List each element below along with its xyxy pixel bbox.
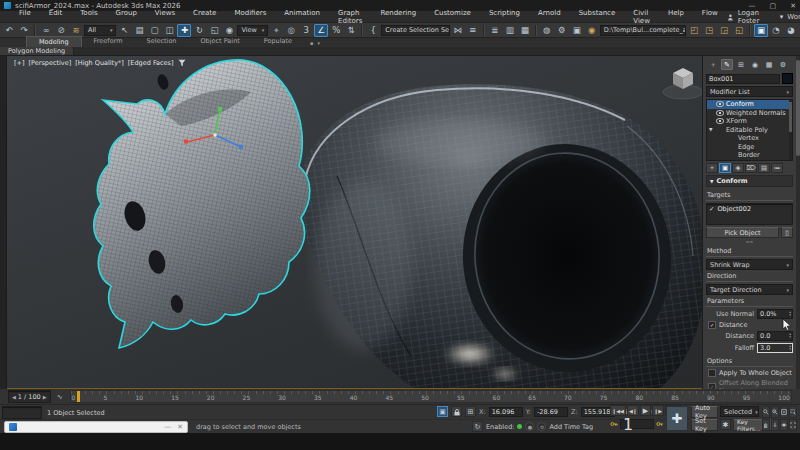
- recorder-overlay-window[interactable]: — ✕: [4, 421, 188, 433]
- zoom-icon[interactable]: [762, 406, 770, 418]
- maximize-viewport-icon[interactable]: [789, 419, 797, 431]
- walk-through-icon[interactable]: [771, 419, 779, 431]
- zoom-all-icon[interactable]: [771, 406, 779, 418]
- modifier-stack-item[interactable]: Weighted Normals: [707, 109, 792, 118]
- select-and-rotate-button[interactable]: ↻: [192, 24, 206, 37]
- percent-snap-button[interactable]: %: [329, 24, 343, 37]
- use-pivot-point-button[interactable]: ⌖: [269, 24, 283, 37]
- rollout-grip[interactable]: ▬▬: [706, 240, 793, 244]
- display-tab[interactable]: ▦: [763, 59, 775, 70]
- modifier-stack-item[interactable]: Border: [707, 151, 792, 160]
- x-coordinate-field[interactable]: 16.096: [489, 407, 523, 417]
- project-path-dropdown[interactable]: D:\Temp\Bul...complete_ava ▾: [600, 25, 686, 36]
- modifier-stack-item[interactable]: ▼ Editable Poly: [707, 126, 792, 135]
- create-tab[interactable]: ＋: [707, 59, 719, 70]
- show-end-result-button[interactable]: ▣: [719, 163, 731, 173]
- modifier-stack-item[interactable]: XForm: [707, 117, 792, 126]
- export-button[interactable]: ◳: [702, 24, 716, 37]
- align-button[interactable]: ≡: [466, 24, 480, 37]
- select-by-name-button[interactable]: ▤: [132, 24, 146, 37]
- ribbon-tab[interactable]: Modeling: [26, 36, 82, 47]
- window-crossing-button[interactable]: ◫: [162, 24, 176, 37]
- open-scene-button[interactable]: ◱: [732, 24, 746, 37]
- rect-selection-region-button[interactable]: ▢: [147, 24, 161, 37]
- current-frame-field[interactable]: 1: [620, 419, 654, 429]
- spinner-snap-button[interactable]: ⇅: [344, 24, 358, 37]
- angle-snap-button[interactable]: ∠: [314, 24, 328, 37]
- next-frame-button[interactable]: ❙▶: [652, 405, 664, 416]
- ribbon-tab[interactable]: Object Paint: [189, 36, 252, 47]
- zoom-region-icon[interactable]: [789, 406, 797, 418]
- redo-button[interactable]: ↷: [17, 24, 31, 37]
- modify-tab[interactable]: ✎: [721, 59, 733, 70]
- time-config-icon[interactable]: ↻: [472, 421, 483, 432]
- object-name-field[interactable]: Box001: [706, 74, 780, 84]
- play-button[interactable]: ▶: [640, 405, 651, 416]
- scene-explorer-button[interactable]: ▦: [518, 24, 532, 37]
- perspective-viewport[interactable]: [+] [Perspective] [High Quality*] [Edged…: [7, 56, 703, 389]
- make-unique-button[interactable]: ◈: [732, 163, 744, 173]
- utilities-tab[interactable]: ⚙: [777, 59, 789, 70]
- orbit-icon[interactable]: [780, 419, 788, 431]
- toggle-ribbon-button[interactable]: ▥: [503, 24, 517, 37]
- target-list-item[interactable]: ✓ Object002: [709, 205, 790, 213]
- hierarchy-tab[interactable]: ⊞: [735, 59, 747, 70]
- named-selection-dropdown[interactable]: Create Selection Se ▾: [381, 25, 449, 36]
- key-icon[interactable]: [656, 420, 664, 428]
- add-time-tag[interactable]: Add Time Tag: [549, 423, 593, 431]
- mirror-button[interactable]: ⋈: [451, 24, 465, 37]
- isolate-selection-toggle[interactable]: ▣: [437, 406, 448, 417]
- render-preview-toggle-button[interactable]: ▣: [754, 24, 768, 37]
- selection-filter-dropdown[interactable]: All ▾: [84, 25, 116, 36]
- modifier-stack-item[interactable]: Vertex: [707, 134, 792, 143]
- polygon-modeling-panel[interactable]: Polygon Modeling: [0, 47, 74, 55]
- skull-object[interactable]: [94, 60, 310, 348]
- render-setup-button[interactable]: ⚙: [555, 24, 569, 37]
- default-tangents-button[interactable]: ✱: [720, 419, 731, 430]
- viewport-pov-menu[interactable]: [Perspective]: [29, 59, 72, 67]
- select-link-button[interactable]: ∞: [39, 24, 53, 37]
- expand-icon[interactable]: ▼: [709, 127, 714, 132]
- time-slider[interactable]: 0510152025303540455055606570758085909510…: [70, 390, 792, 403]
- mini-curve-editor-button[interactable]: ∿: [54, 391, 66, 402]
- zoom-extents-icon[interactable]: [780, 406, 788, 418]
- overlay-close-button[interactable]: ✕: [177, 423, 183, 431]
- visibility-eye-icon[interactable]: [716, 118, 724, 124]
- render-button[interactable]: ◉: [585, 24, 599, 37]
- modifier-list-dropdown[interactable]: Modifier List ▾: [706, 86, 793, 97]
- object-color-swatch[interactable]: [782, 73, 793, 84]
- bind-spacewarp-button[interactable]: ≋: [69, 24, 83, 37]
- scene-canvas[interactable]: [7, 56, 703, 389]
- select-and-move-button[interactable]: ✚: [177, 24, 191, 37]
- checkbox-checked-icon[interactable]: ✓: [708, 321, 716, 329]
- named-selection-sets-button[interactable]: {: [366, 24, 380, 37]
- unlink-button[interactable]: ⊘: [54, 24, 68, 37]
- falloff-field[interactable]: 3.0 ▴▾: [757, 343, 793, 353]
- material-editor-button[interactable]: ◍: [540, 24, 554, 37]
- viewport-edged-faces-menu[interactable]: [Edged Faces]: [128, 59, 174, 67]
- settings-toggle[interactable]: ⚙: [537, 422, 546, 431]
- checkbox-unchecked-icon[interactable]: [708, 369, 716, 377]
- distance-group-checkbox-row[interactable]: ✓ Distance: [708, 321, 793, 329]
- select-object-button[interactable]: ↖: [117, 24, 131, 37]
- distance-field[interactable]: 0.0 ▴▾: [757, 331, 793, 341]
- layer-manager-button[interactable]: ≣: [488, 24, 502, 37]
- viewport-general-menu[interactable]: [+]: [14, 59, 25, 67]
- next-frame-arrow[interactable]: ▶: [43, 394, 47, 400]
- apply-whole-object-row[interactable]: Apply To Whole Object: [708, 369, 793, 377]
- pin-stack-button[interactable]: ⌖: [706, 163, 718, 173]
- ribbon-tab[interactable]: Populate: [252, 36, 304, 47]
- ribbon-tab[interactable]: Selection: [135, 36, 189, 47]
- offset-normals-row[interactable]: ✓ Offset Along Blended Normals: [708, 379, 793, 389]
- remove-modifier-button[interactable]: ⌦: [745, 163, 757, 173]
- select-and-scale-button[interactable]: ◱: [207, 24, 221, 37]
- viewport-layout-strip[interactable]: [0, 56, 7, 389]
- visibility-eye-icon[interactable]: [716, 101, 724, 107]
- prev-frame-arrow[interactable]: ◀: [12, 394, 16, 400]
- ribbon-tab[interactable]: Freeform: [82, 36, 135, 47]
- overlay-minimize-button[interactable]: —: [164, 423, 171, 431]
- set-key-button[interactable]: Set Key: [691, 419, 718, 431]
- motion-tab[interactable]: ◉: [749, 59, 761, 70]
- viewport-shading-menu[interactable]: [High Quality*]: [75, 59, 124, 67]
- visibility-eye-icon[interactable]: [716, 110, 724, 116]
